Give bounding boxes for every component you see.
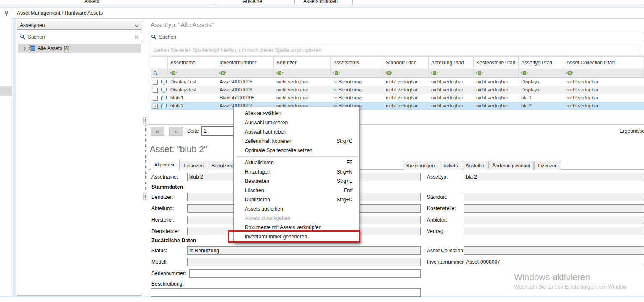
page-number-input[interactable] [201, 126, 233, 136]
text-filter-icon: aBc [476, 71, 483, 75]
menu-item-loeschen[interactable]: LöschenEntf [234, 186, 359, 195]
section-zusaetzliche-daten: Zusätzliche Daten [151, 238, 196, 243]
menu-item-duplizieren[interactable]: DuplizierenStrg+D [234, 195, 359, 204]
pin-button[interactable] [0, 8, 13, 19]
seriennummer-input[interactable] [189, 269, 421, 278]
seriennummer-label: Seriennummer: [151, 269, 186, 278]
text-filter-icon: aBc [431, 71, 438, 75]
filter-cell[interactable]: aBc [564, 69, 644, 78]
menu-item-auswahl-aufheben[interactable]: Auswahl aufheben [234, 127, 359, 136]
assettypen-tree: ❯ Alle Assets [4] [17, 43, 142, 296]
text-filter-icon: aBc [521, 71, 528, 75]
menu-item-assets-ausleihen[interactable]: Assets ausleihen [234, 204, 359, 214]
tree-item-alle-assets[interactable]: ❯ Alle Assets [4] [18, 44, 141, 53]
ribbon-tab-assets[interactable]: Assets [76, 0, 108, 4]
filter-cell[interactable]: aBc [519, 69, 564, 78]
detail-tabstrip: Allgemein Finanzen Benutzerdefinie Bezie… [148, 160, 644, 170]
filter-cell[interactable]: aBc [274, 69, 331, 78]
tab-aenderungsverlauf[interactable]: Änderungsverlauf [488, 161, 534, 170]
filter-cell[interactable]: aBc [474, 69, 519, 78]
kostenstelle-label: Kostenstelle: [427, 204, 456, 213]
asset-collection-label: Asset Collection: [427, 246, 464, 255]
header-select-column[interactable] [151, 56, 159, 69]
menu-item-inventarnummer-generieren[interactable]: Inventarnummer generieren [234, 232, 359, 241]
table-row-selected[interactable]: ✓ blub 2Asset-0000007 nicht verfügbarIn … [151, 102, 644, 110]
collapsed-panel-handle[interactable] [0, 86, 12, 96]
filter-cell[interactable]: aBc [383, 69, 429, 78]
previous-page-button[interactable]: ‹ [169, 127, 183, 136]
ribbon-tab-ausleihe[interactable]: Ausleihe [236, 0, 269, 4]
column-header[interactable]: Benutzer [274, 56, 331, 69]
filter-search-cell[interactable] [151, 69, 159, 78]
tab-ausleihe[interactable]: Ausleihe [462, 161, 488, 170]
beschreibung-input[interactable] [151, 288, 421, 297]
row-checkbox[interactable] [153, 96, 158, 101]
menu-item-hinzufuegen[interactable]: HinzufügenStrg+N [234, 167, 359, 176]
filter-cell[interactable]: aBc [331, 69, 383, 78]
ribbon-separator [217, 0, 217, 4]
column-header[interactable]: Kostenstelle Pfad [474, 56, 519, 69]
first-page-button[interactable]: « [151, 127, 164, 136]
column-header[interactable]: Standort Pfad [383, 56, 429, 69]
kostenstelle-input[interactable] [464, 204, 644, 213]
column-header[interactable]: Assetname [168, 56, 217, 69]
column-header[interactable]: Abteilung Pfad [429, 56, 474, 69]
column-header[interactable]: Assetstatus [331, 56, 383, 69]
menu-item-auswahl-umkehren[interactable]: Auswahl umkehren [234, 118, 359, 127]
menu-item-aktualisieren[interactable]: AktualisierenF5 [234, 158, 359, 167]
table-row[interactable]: DisplaystestAsset-0000006 nicht verfügba… [151, 86, 644, 94]
tab-beziehungen[interactable]: Beziehungen [403, 161, 438, 170]
menu-item-bearbeiten[interactable]: BearbeitenStrg+E [234, 176, 359, 186]
row-checkbox-checked[interactable]: ✓ [153, 104, 158, 109]
sidebar-search-input[interactable] [28, 33, 134, 41]
monitor-icon [161, 88, 167, 93]
tab-allgemein[interactable]: Allgemein [151, 160, 180, 170]
collapse-left-icon[interactable]: ❮ [143, 193, 147, 200]
inventarnummer-input[interactable] [464, 258, 644, 266]
standort-label: Standort: [427, 193, 448, 201]
hierarchy-icon [29, 45, 35, 51]
modell-label: Modell: [151, 258, 168, 266]
assettyp-input[interactable] [464, 173, 644, 181]
ribbon-tab-assets-drucken[interactable]: Assets drucken [299, 0, 342, 4]
menu-item-zelleninhalt-kopieren[interactable]: Zelleninhalt kopierenStrg+C [234, 136, 359, 146]
standort-input[interactable] [464, 193, 644, 201]
assettypen-dropdown[interactable]: Assettypen [17, 21, 142, 30]
row-checkbox[interactable] [153, 88, 158, 93]
menu-item-assets-zurueckgeben: Assets zurückgeben [234, 214, 359, 223]
asset-collection-input[interactable] [464, 246, 644, 255]
table-row[interactable]: Display TestAsset-0000005 nicht verfügba… [151, 78, 644, 86]
grid-search-input[interactable] [159, 33, 644, 41]
tab-finanzen[interactable]: Finanzen [180, 161, 207, 170]
abteilung-label: Abteilung: [151, 204, 174, 213]
status-input[interactable] [187, 246, 421, 255]
panel-splitter[interactable]: ❮ ❮ [143, 117, 147, 200]
dock-strip [0, 8, 13, 296]
filter-cell [159, 69, 168, 78]
vertrag-input[interactable] [464, 227, 644, 235]
assetname-label: Assetname: [151, 173, 178, 181]
table-row[interactable]: blub 1Blablub0000005 nicht verfügbarIn B… [151, 94, 644, 102]
collapse-left-icon[interactable]: ❮ [143, 117, 147, 124]
ribbon-tab-row: Assets Ausleihe Assets drucken [0, 0, 644, 4]
filter-cell[interactable]: aBc [217, 69, 274, 78]
splitter-line [145, 125, 146, 192]
header-icon-column[interactable] [159, 56, 168, 69]
tab-lizenzen[interactable]: Lizenzen [534, 161, 561, 170]
filter-cell[interactable]: aBc [429, 69, 474, 78]
menu-item-dokumente-verknuepfen[interactable]: Dokumente mit Assets verknüpfen [234, 223, 359, 232]
tab-tickets[interactable]: Tickets [439, 161, 461, 170]
menu-item-optimale-spaltenbreite[interactable]: Optimale Spaltenbreite setzen [234, 146, 359, 155]
clear-search-icon[interactable]: ✕ [134, 34, 139, 40]
column-header[interactable]: Assettyp Pfad [519, 56, 564, 69]
assettypen-dropdown-value: Assettypen [20, 22, 45, 28]
column-header[interactable]: Inventarnummer [217, 56, 274, 69]
row-checkbox[interactable] [153, 80, 158, 85]
anbieter-input[interactable] [464, 216, 644, 224]
menu-item-alles-auswaehlen[interactable]: Alles auswählen [234, 109, 359, 118]
column-header[interactable]: Asset Collection Pfad [564, 56, 644, 69]
modell-input[interactable] [187, 258, 421, 266]
tree-expand-icon[interactable]: ❯ [23, 46, 26, 51]
filter-cell[interactable]: aBc [168, 69, 217, 78]
grid-header-row: Assetname Inventarnummer Benutzer Assets… [151, 56, 644, 69]
